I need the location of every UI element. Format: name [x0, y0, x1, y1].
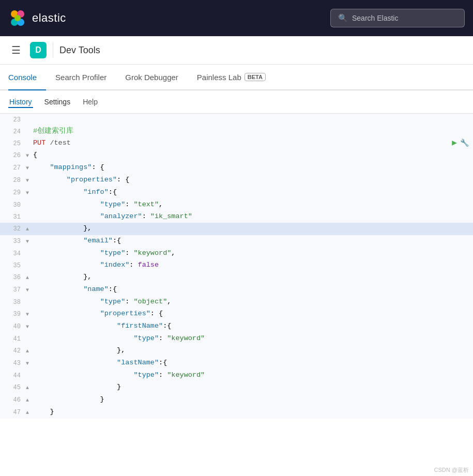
- line-number: 27: [0, 162, 26, 174]
- fold-arrow[interactable]: ▼: [26, 284, 32, 296]
- line-content: "mappings": {: [32, 162, 473, 173]
- line-number: 41: [0, 333, 26, 345]
- line-content: "type": "object",: [32, 296, 473, 308]
- line-number: 34: [0, 248, 26, 259]
- tab-search-profiler[interactable]: Search Profiler: [46, 65, 116, 90]
- line-number: 46: [0, 394, 26, 406]
- line-number: 40: [0, 320, 26, 332]
- line-content: "lastName":{: [32, 357, 473, 368]
- line-action-buttons: ▶🔧: [452, 137, 469, 149]
- line-content: "email":{: [32, 235, 473, 247]
- line-content: "properties": {: [32, 308, 473, 319]
- line-number: 25: [0, 137, 26, 149]
- code-line-41: 41 "type": "keyword": [0, 333, 473, 345]
- history-button[interactable]: History: [8, 96, 33, 108]
- line-number: 26: [0, 149, 26, 161]
- fold-arrow: [26, 211, 32, 212]
- fold-arrow[interactable]: ▼: [26, 357, 32, 370]
- beta-badge: BETA: [245, 73, 266, 81]
- line-number: 31: [0, 211, 26, 223]
- fold-arrow[interactable]: ▼: [26, 235, 32, 248]
- line-content: },: [32, 345, 473, 356]
- fold-arrow[interactable]: ▲: [26, 271, 32, 284]
- code-line-31: 31 "analyzer": "ik_smart": [0, 211, 473, 223]
- app-icon-badge: D: [30, 42, 47, 58]
- line-number: 47: [0, 406, 26, 418]
- line-content: "properties": {: [32, 174, 473, 186]
- code-line-47: 47▲ }: [0, 406, 473, 419]
- line-number: 33: [0, 235, 26, 247]
- logo-area: elastic: [8, 9, 66, 27]
- search-icon: 🔍: [338, 13, 348, 23]
- fold-arrow[interactable]: ▼: [26, 308, 32, 320]
- line-content: },: [32, 271, 473, 283]
- tabs-bar: Console Search Profiler Grok Debugger Pa…: [0, 65, 473, 90]
- line-content: }: [32, 406, 473, 418]
- fold-arrow[interactable]: ▼: [26, 320, 32, 333]
- line-content: "firstName":{: [32, 320, 473, 332]
- line-number: 45: [0, 381, 26, 393]
- toolbar-row: History Settings Help: [0, 90, 473, 114]
- code-line-27: 27▼ "mappings": {: [0, 162, 473, 174]
- line-number: 37: [0, 284, 26, 296]
- line-content: "info":{: [32, 187, 473, 198]
- fold-arrow[interactable]: ▲: [26, 381, 32, 394]
- tab-painless-lab[interactable]: Painless Lab BETA: [188, 65, 275, 90]
- line-content: }: [32, 381, 473, 393]
- line-number: 32: [0, 223, 26, 235]
- fold-arrow: [26, 248, 32, 249]
- code-line-32: 32▲ },: [0, 223, 473, 235]
- app-bar: ☰ D Dev Tools: [0, 36, 473, 65]
- fold-arrow[interactable]: ▲: [26, 394, 32, 406]
- line-content: }: [32, 394, 473, 405]
- search-box[interactable]: 🔍 Search Elastic: [330, 9, 465, 27]
- code-editor[interactable]: 2324#创建索引库25PUT /test▶🔧26▼{27▼ "mappings…: [0, 114, 473, 419]
- line-number: 30: [0, 199, 26, 211]
- line-content: "type": "text",: [32, 199, 473, 210]
- code-line-30: 30 "type": "text",: [0, 199, 473, 211]
- line-number: 39: [0, 308, 26, 320]
- code-line-37: 37▼ "name":{: [0, 284, 473, 296]
- fold-arrow[interactable]: ▼: [26, 149, 32, 162]
- line-number: 28: [0, 174, 26, 186]
- line-content: "analyzer": "ik_smart": [32, 211, 473, 222]
- fold-arrow: [26, 199, 32, 200]
- line-content: PUT /test: [32, 137, 452, 149]
- line-content: },: [32, 223, 473, 234]
- run-button[interactable]: ▶: [452, 137, 457, 149]
- options-button[interactable]: 🔧: [460, 137, 469, 149]
- search-placeholder: Search Elastic: [352, 14, 398, 22]
- fold-arrow[interactable]: ▲: [26, 223, 32, 235]
- tab-console[interactable]: Console: [8, 65, 46, 90]
- tab-grok-debugger[interactable]: Grok Debugger: [116, 65, 188, 90]
- fold-arrow: [26, 126, 32, 127]
- line-content: {: [32, 149, 473, 161]
- line-number: 43: [0, 357, 26, 369]
- code-line-34: 34 "type": "keyword",: [0, 248, 473, 259]
- line-content: "type": "keyword": [32, 370, 473, 381]
- fold-arrow[interactable]: ▲: [26, 345, 32, 357]
- fold-arrow: [26, 333, 32, 334]
- code-line-39: 39▼ "properties": {: [0, 308, 473, 320]
- line-content: #创建索引库: [32, 126, 473, 137]
- fold-arrow[interactable]: ▲: [26, 406, 32, 419]
- hamburger-button[interactable]: ☰: [8, 41, 24, 59]
- top-nav: elastic 🔍 Search Elastic: [0, 0, 473, 36]
- line-number: 35: [0, 259, 26, 271]
- code-line-36: 36▲ },: [0, 271, 473, 284]
- code-line-25: 25PUT /test▶🔧: [0, 137, 473, 149]
- code-line-43: 43▼ "lastName":{: [0, 357, 473, 370]
- line-number: 44: [0, 370, 26, 381]
- code-line-42: 42▲ },: [0, 345, 473, 357]
- fold-arrow: [26, 114, 32, 115]
- fold-arrow[interactable]: ▼: [26, 162, 32, 174]
- elastic-logo-icon: [8, 9, 27, 27]
- line-content: "index": false: [32, 259, 473, 271]
- fold-arrow[interactable]: ▼: [26, 187, 32, 199]
- settings-button[interactable]: Settings: [43, 96, 72, 108]
- code-line-35: 35 "index": false: [0, 259, 473, 271]
- code-line-28: 28▼ "properties": {: [0, 174, 473, 187]
- fold-arrow[interactable]: ▼: [26, 174, 32, 187]
- line-number: 36: [0, 271, 26, 283]
- help-button[interactable]: Help: [82, 96, 99, 108]
